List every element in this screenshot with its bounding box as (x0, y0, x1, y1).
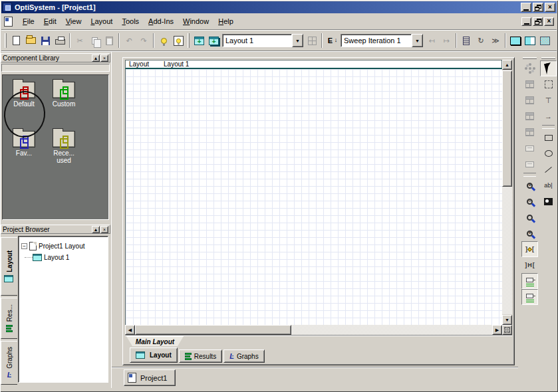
close-button[interactable]: × (100, 226, 108, 233)
component-library-titlebar[interactable]: Component Library ▲ × (1, 53, 110, 62)
horizontal-scroll-thumb[interactable] (135, 325, 291, 335)
text-tool-button[interactable]: ab| (540, 177, 557, 193)
arrange-button[interactable] (521, 60, 538, 76)
collapse-button[interactable]: ▲ (92, 54, 100, 62)
close-button[interactable]: × (545, 3, 555, 12)
collapse-expander-icon[interactable]: − (21, 243, 27, 249)
connector-right-button[interactable]: → (540, 108, 557, 124)
menu-view[interactable]: View (61, 15, 86, 27)
zoom-in-button[interactable]: + (521, 177, 538, 193)
parameter-list-button[interactable] (459, 33, 474, 48)
zoom-out-button[interactable]: − (521, 193, 538, 209)
ellipse-tool-button[interactable] (540, 146, 557, 161)
horizontal-scroll-track[interactable] (291, 325, 492, 335)
sweep-select[interactable]: Sweep Iteration 1 ▼ (341, 34, 423, 47)
undo-button[interactable]: ↶ (122, 33, 136, 48)
component-signal-button[interactable] (521, 289, 538, 305)
marquee-select-button[interactable] (540, 76, 557, 92)
line-tool-button[interactable] (540, 161, 557, 177)
view-tab-layout[interactable]: Layout (130, 347, 178, 363)
print-button[interactable] (53, 33, 67, 48)
restore-button[interactable] (533, 3, 543, 12)
zoom-selection-button[interactable]: + (521, 225, 538, 241)
main-layout-sheet-tab[interactable]: Main Layout (126, 336, 184, 346)
vertical-scroll-track[interactable] (502, 187, 512, 314)
redo-button[interactable]: ↷ (136, 33, 151, 48)
tile-window-button-1[interactable] (521, 76, 538, 92)
child-close-button[interactable]: × (544, 17, 554, 26)
tree-item-project[interactable]: − Project1 Layout (20, 241, 106, 252)
rectangle-tool-button[interactable] (540, 130, 557, 146)
sweep-range-button[interactable]: ≫ (488, 33, 503, 48)
tile-window-button-3[interactable] (521, 108, 538, 124)
paste-button[interactable] (102, 33, 116, 48)
new-layout-button[interactable] (192, 33, 206, 48)
view-tab-results[interactable]: Results (179, 349, 222, 363)
open-button[interactable] (23, 33, 38, 48)
collapse-button[interactable]: ▲ (92, 226, 100, 233)
split-view-button[interactable] (523, 33, 537, 48)
toolbar-grip[interactable] (188, 33, 190, 48)
vertical-scrollbar[interactable]: ▲ ▼ (502, 60, 512, 325)
scroll-down-button[interactable]: ▼ (502, 315, 512, 325)
scroll-up-button[interactable]: ▲ (502, 60, 512, 70)
cut-button[interactable]: ✂ (72, 33, 87, 48)
script-view-button[interactable] (537, 33, 552, 48)
image-tool-button[interactable] (540, 193, 557, 209)
library-folder-default[interactable]: Default (5, 78, 43, 108)
scroll-right-button[interactable]: ▶ (492, 325, 502, 335)
side-tab-results[interactable]: Res... (1, 298, 17, 339)
side-tab-graphs[interactable]: Graphs Ŀ (1, 341, 17, 385)
library-folder-custom[interactable]: Custom (45, 78, 82, 108)
grid-snap-corner-button[interactable] (502, 325, 512, 335)
next-iteration-button[interactable]: ↦ (439, 33, 454, 48)
calculate-button[interactable] (156, 33, 171, 48)
vertical-scroll-thumb[interactable] (502, 70, 512, 187)
view-tab-graphs[interactable]: Ŀ Graphs (223, 349, 265, 363)
menu-layout[interactable]: Layout (86, 15, 117, 27)
close-button[interactable]: × (100, 54, 108, 62)
toolbar-grip[interactable] (5, 33, 7, 48)
copy-button[interactable] (87, 33, 102, 48)
duplicate-layout-button[interactable] (206, 33, 221, 48)
menu-tools[interactable]: Tools (117, 15, 144, 27)
chevron-down-icon[interactable]: ▼ (412, 34, 423, 47)
toolbar-grip[interactable] (541, 57, 555, 59)
chevron-down-icon[interactable]: ▼ (292, 34, 303, 47)
select-tool-button[interactable] (540, 60, 557, 76)
tile-window-button-4[interactable] (521, 124, 538, 140)
toolbar-grip[interactable] (523, 57, 537, 59)
hide-label-button[interactable] (521, 156, 538, 172)
sweep-order-button[interactable]: E (325, 33, 339, 48)
layout-view-button[interactable] (508, 33, 523, 48)
menu-file[interactable]: File (18, 15, 39, 27)
tree-item-layout[interactable]: Layout 1 (20, 252, 106, 263)
auto-connect-button[interactable]: ][ (521, 241, 538, 257)
scroll-left-button[interactable]: ◀ (125, 325, 135, 335)
previous-iteration-button[interactable]: ↤ (424, 33, 439, 48)
child-restore-button[interactable] (533, 17, 543, 26)
component-ports-button[interactable] (521, 273, 538, 289)
tile-window-button-2[interactable] (521, 92, 538, 108)
calculation-report-button[interactable] (171, 33, 186, 48)
connector-down-button[interactable]: ⊤ (540, 92, 557, 108)
layout-select[interactable]: Layout 1 ▼ (222, 34, 303, 47)
zoom-page-button[interactable] (521, 209, 538, 225)
manual-connect-button[interactable]: ]H[ (521, 257, 538, 273)
show-label-button[interactable] (521, 140, 538, 156)
library-folder-favorites[interactable]: Fav... (5, 127, 43, 157)
new-document-button[interactable] (9, 33, 23, 48)
layout-canvas[interactable] (125, 69, 502, 325)
library-folder-recently-used[interactable]: Rece... used (45, 127, 82, 164)
layout-table-button[interactable] (305, 33, 319, 48)
child-minimize-button[interactable] (521, 17, 531, 26)
menu-addins[interactable]: Add-Ins (144, 15, 178, 27)
menu-window[interactable]: Window (178, 15, 213, 27)
menu-help[interactable]: Help (213, 15, 238, 27)
project-browser-titlebar[interactable]: Project Browser ▲ × (1, 225, 110, 234)
horizontal-scrollbar[interactable]: ◀ ▶ (125, 325, 512, 335)
document-tab-project1[interactable]: Project1 (124, 369, 176, 386)
minimize-button[interactable] (521, 3, 531, 12)
side-tab-layout[interactable]: Layout (1, 237, 17, 296)
recalculate-button[interactable]: ↻ (474, 33, 488, 48)
